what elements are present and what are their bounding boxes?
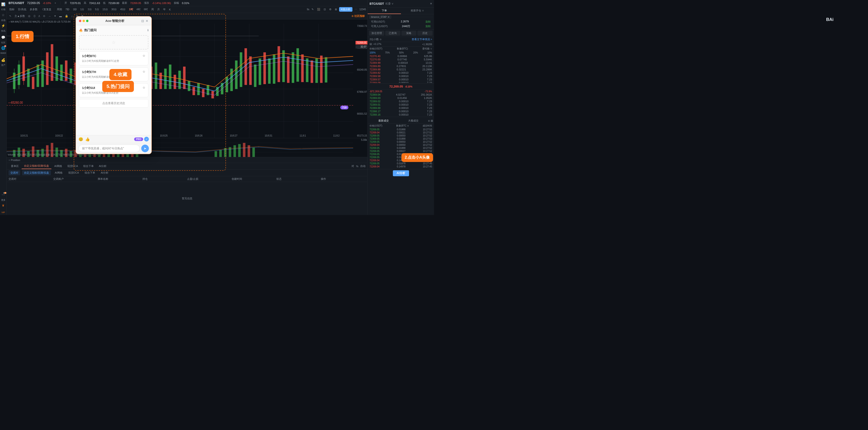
- bid-row-0[interactable]: 72269.04 4.02747 291.061K: [369, 93, 433, 96]
- ace-close-btn[interactable]: ✕: [146, 19, 148, 23]
- tab-ai-analysis[interactable]: AI分析: [97, 163, 109, 169]
- indicator-zone-label[interactable]: ⊙ 社区指标: [350, 14, 366, 18]
- draw-circle[interactable]: ◎: [27, 14, 32, 18]
- pro-check-icon[interactable]: ✓: [144, 137, 149, 142]
- hot-item-star-0[interactable]: ☆: [143, 54, 145, 58]
- pct-10[interactable]: 10%: [427, 51, 432, 54]
- transfer-link-2[interactable]: 划转: [426, 25, 431, 28]
- ask-row-7[interactable]: 72269.57 0.00010 7.23: [369, 78, 433, 81]
- ace-chat-input[interactable]: [79, 145, 140, 152]
- toolbar-settings[interactable]: ⚙: [328, 7, 333, 11]
- trade-icon-expand[interactable]: ⊞: [431, 119, 433, 122]
- right-panel-suffix[interactable]: 杠委 ∨: [385, 2, 394, 5]
- ask-row-6[interactable]: 72269.58 0.00010 7.23: [369, 74, 433, 78]
- draw-star[interactable]: ✦: [53, 14, 57, 18]
- toolbar-month[interactable]: 月: [156, 7, 161, 12]
- ask-row-8[interactable]: 72269.09 0.00010 7.23: [369, 81, 433, 83]
- already-btn[interactable]: 已查询: [385, 31, 400, 36]
- toolbar-1m[interactable]: 1分: [79, 7, 85, 12]
- draw-wave[interactable]: /\: [37, 14, 41, 18]
- toolbar-7s[interactable]: 7秒: [64, 7, 71, 12]
- subtab-ai-analysis-sub[interactable]: AI分析: [99, 170, 110, 175]
- dot-red[interactable]: [79, 20, 81, 22]
- toolbar-45m[interactable]: 45分: [119, 7, 127, 12]
- dot-green[interactable]: [86, 20, 89, 22]
- draw-lines[interactable]: ⟨⟩: [32, 14, 37, 18]
- ace-send-btn[interactable]: ➤: [141, 145, 149, 152]
- hot-item-star-2[interactable]: ☆: [143, 86, 145, 90]
- add-pair-btn[interactable]: ＋: [54, 1, 57, 5]
- ace-hot-item-2[interactable]: 1小时SUI ☆ 以1小时为K线周期解读SUI走势: [79, 83, 148, 97]
- view-master-btn[interactable]: 查看主节单情况 >: [412, 38, 432, 41]
- tab-dca[interactable]: 现货DCA: [65, 163, 81, 169]
- toolbar-screenshot[interactable]: ⬛: [316, 7, 321, 11]
- ask-row-3[interactable]: 72269.89 0.27831 20.113K: [369, 64, 433, 68]
- toolbar-4h[interactable]: 4时: [135, 7, 142, 12]
- sell-pos-btn[interactable]: 策略: [401, 31, 416, 36]
- hot-item-star-1[interactable]: ☆: [143, 70, 145, 74]
- ace-emoji-btn[interactable]: 😊: [79, 137, 83, 142]
- tab-custom-indicators[interactable]: 自定义指标/回测/实盘: [22, 163, 51, 169]
- chart-main[interactable]: —65260.00 73560.73 70651.31 69240.05 678…: [7, 24, 367, 138]
- toolbar-period[interactable]: 周期: [56, 7, 63, 12]
- ai-analysis-button[interactable]: AI分析: [393, 170, 409, 176]
- history-btn[interactable]: 历史: [417, 31, 433, 36]
- ask-row-4[interactable]: 72269.88 0.32221 23.286K: [369, 68, 433, 71]
- toolbar-week[interactable]: 周: [150, 7, 155, 12]
- bid-row-7[interactable]: 72268.06 0.00051 36.86: [369, 116, 433, 117]
- sidebar-item-watchlist[interactable]: ☆: [0, 12, 6, 18]
- bid-row-1[interactable]: 72269.03 0.01456 1.052K: [369, 96, 433, 100]
- subtab-pair[interactable]: 交易对: [8, 170, 20, 175]
- ask-row-1[interactable]: 72270.00 0.07740 5.594K: [369, 58, 433, 61]
- ace-expand-btn[interactable]: ⊟: [141, 19, 144, 23]
- ace-history-btn[interactable]: 点击查看历史消息: [79, 99, 148, 108]
- toolbar-more[interactable]: ⋯: [353, 7, 359, 11]
- tab-combo[interactable]: 组合下单: [81, 163, 96, 169]
- trade-tab-large[interactable]: 大额成交: [398, 118, 428, 123]
- sidebar-item-more[interactable]: ⋯ 999+: [0, 192, 6, 197]
- draw-magnet[interactable]: ↕: [70, 14, 74, 18]
- sidebar-item-market[interactable]: 📊: [0, 1, 6, 7]
- toolbar-fullscreen[interactable]: ⊞: [334, 7, 338, 11]
- sidebar-item-web3[interactable]: 🌐: [0, 45, 6, 51]
- draw-main[interactable]: 主▲多数: [13, 14, 26, 18]
- toolbar-replay[interactable]: 《复复盘: [40, 7, 53, 12]
- subtab-real[interactable]: 自定义指标/回测/实盘: [22, 170, 51, 175]
- bid-row-5[interactable]: 72268.17 0.00010 7.23: [369, 110, 433, 113]
- bid-row-4[interactable]: 72269.00 0.00010 7.23: [369, 106, 433, 110]
- toolbar-indicators[interactable]: 指标: [8, 7, 16, 12]
- toolbar-1h[interactable]: 1时: [128, 7, 134, 12]
- toolbar-15m[interactable]: 15分: [101, 7, 109, 12]
- pct-100[interactable]: 100%: [370, 51, 376, 54]
- tab-orders[interactable]: 要单区: [8, 163, 21, 169]
- rp-tab-new-open[interactable]: 抢新开仓 ∨: [401, 8, 434, 14]
- exchange-close[interactable]: ✕: [388, 16, 390, 18]
- toolbar-6h[interactable]: 6时: [143, 7, 149, 12]
- trade-icon-list[interactable]: ≡: [428, 119, 430, 122]
- dot-yellow[interactable]: [83, 20, 85, 22]
- toolbar-multi[interactable]: 多多数: [29, 7, 39, 12]
- toolbar-copy[interactable]: ⊡: [322, 7, 327, 11]
- ask-row-0[interactable]: 72270.40 0.00866 625.86: [369, 55, 433, 58]
- toolbar-30m[interactable]: 30分: [110, 7, 118, 12]
- bid-row-6[interactable]: 72268.16 0.00010 7.23: [369, 113, 433, 116]
- ace-hot-item-0[interactable]: 1小时BTC ☆ 以1小时为K线周期解读BTC走势: [79, 51, 148, 65]
- right-close-btn[interactable]: ✕: [430, 2, 432, 5]
- toolbar-high-low[interactable]: 百/高低: [17, 7, 28, 12]
- sidebar-item-vip[interactable]: ♛: [0, 203, 6, 208]
- draw-rect[interactable]: ▬: [58, 14, 63, 18]
- subtab-pos[interactable]: 组合下单: [83, 170, 97, 175]
- toolbar-k[interactable]: K: [168, 8, 172, 11]
- tab-ai-grid[interactable]: AI网格: [52, 163, 64, 169]
- toolbar-3m[interactable]: 3分: [86, 7, 93, 12]
- pct-50[interactable]: 50%: [399, 51, 404, 54]
- pct-75[interactable]: 75%: [385, 51, 390, 54]
- toolbar-year[interactable]: 年: [162, 7, 167, 12]
- sidebar-item-community[interactable]: 💬: [0, 34, 6, 40]
- ask-row-2[interactable]: 72269.99 0.00018 13.01: [369, 61, 433, 64]
- ace-like-btn[interactable]: 👍: [85, 137, 90, 142]
- draw-arrow[interactable]: →: [47, 14, 52, 18]
- trade-tab-latest[interactable]: 最新成交: [369, 118, 398, 123]
- ask-row-5[interactable]: 72269.82 0.00010 7.23: [369, 71, 433, 74]
- draw-lock[interactable]: 🔒: [64, 14, 69, 18]
